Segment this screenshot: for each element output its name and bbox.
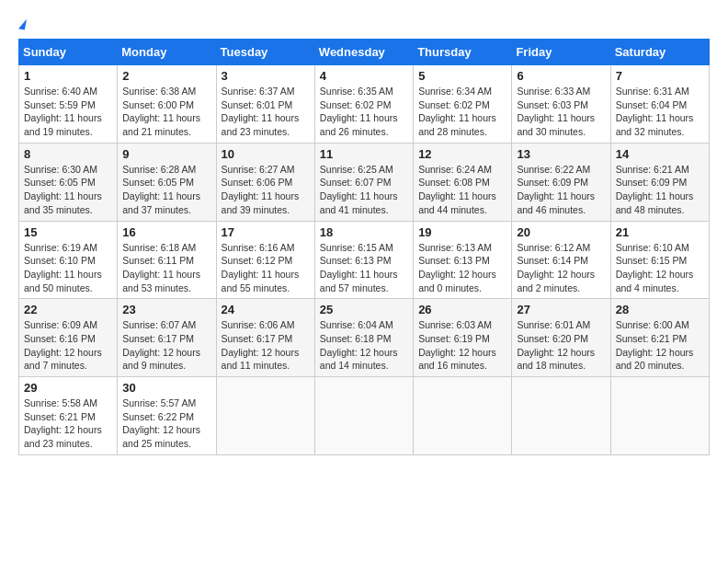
calendar-header-sunday: Sunday xyxy=(19,40,118,65)
calendar-cell: 19Sunrise: 6:13 AM Sunset: 6:13 PM Dayli… xyxy=(414,221,512,299)
calendar-cell: 3Sunrise: 6:37 AM Sunset: 6:01 PM Daylig… xyxy=(216,65,314,144)
day-number: 28 xyxy=(616,303,704,316)
day-number: 29 xyxy=(24,381,112,395)
day-number: 11 xyxy=(320,147,408,161)
calendar-cell: 14Sunrise: 6:21 AM Sunset: 6:09 PM Dayli… xyxy=(610,143,709,221)
calendar-cell: 28Sunrise: 6:00 AM Sunset: 6:21 PM Dayli… xyxy=(610,299,709,377)
calendar-cell: 15Sunrise: 6:19 AM Sunset: 6:10 PM Dayli… xyxy=(19,221,118,299)
calendar-cell: 13Sunrise: 6:22 AM Sunset: 6:09 PM Dayli… xyxy=(512,143,610,221)
day-info: Sunrise: 6:38 AM Sunset: 6:00 PM Dayligh… xyxy=(122,85,210,139)
day-number: 20 xyxy=(517,225,605,239)
day-info: Sunrise: 6:40 AM Sunset: 5:59 PM Dayligh… xyxy=(24,85,112,139)
calendar-cell xyxy=(216,377,314,455)
day-info: Sunrise: 6:16 AM Sunset: 6:12 PM Dayligh… xyxy=(222,241,310,295)
calendar-table: SundayMondayTuesdayWednesdayThursdayFrid… xyxy=(18,39,710,455)
day-info: Sunrise: 6:18 AM Sunset: 6:11 PM Dayligh… xyxy=(122,241,210,295)
calendar-cell: 4Sunrise: 6:35 AM Sunset: 6:02 PM Daylig… xyxy=(314,65,413,144)
day-number: 24 xyxy=(222,303,310,316)
calendar-week-row: 1Sunrise: 6:40 AM Sunset: 5:59 PM Daylig… xyxy=(19,65,710,144)
calendar-cell: 21Sunrise: 6:10 AM Sunset: 6:15 PM Dayli… xyxy=(610,221,709,299)
day-number: 10 xyxy=(222,147,310,161)
calendar-cell xyxy=(610,377,709,455)
day-info: Sunrise: 6:19 AM Sunset: 6:10 PM Dayligh… xyxy=(24,241,112,295)
day-info: Sunrise: 6:00 AM Sunset: 6:21 PM Dayligh… xyxy=(616,318,704,373)
day-number: 4 xyxy=(320,69,408,83)
calendar-week-row: 15Sunrise: 6:19 AM Sunset: 6:10 PM Dayli… xyxy=(19,221,710,299)
calendar-cell xyxy=(512,377,610,455)
calendar-header-monday: Monday xyxy=(118,40,216,65)
calendar-cell: 20Sunrise: 6:12 AM Sunset: 6:14 PM Dayli… xyxy=(512,221,610,299)
calendar-cell: 1Sunrise: 6:40 AM Sunset: 5:59 PM Daylig… xyxy=(19,65,118,144)
calendar-cell: 6Sunrise: 6:33 AM Sunset: 6:03 PM Daylig… xyxy=(512,65,610,144)
day-info: Sunrise: 6:27 AM Sunset: 6:06 PM Dayligh… xyxy=(222,163,310,217)
calendar-cell: 22Sunrise: 6:09 AM Sunset: 6:16 PM Dayli… xyxy=(19,299,118,377)
day-info: Sunrise: 6:10 AM Sunset: 6:15 PM Dayligh… xyxy=(616,241,704,295)
day-info: Sunrise: 6:07 AM Sunset: 6:17 PM Dayligh… xyxy=(122,318,210,373)
calendar-cell: 27Sunrise: 6:01 AM Sunset: 6:20 PM Dayli… xyxy=(512,299,610,377)
calendar-cell: 5Sunrise: 6:34 AM Sunset: 6:02 PM Daylig… xyxy=(414,65,512,144)
calendar-header-row: SundayMondayTuesdayWednesdayThursdayFrid… xyxy=(19,40,710,65)
day-number: 15 xyxy=(24,225,112,239)
day-number: 3 xyxy=(222,69,310,83)
day-info: Sunrise: 6:01 AM Sunset: 6:20 PM Dayligh… xyxy=(517,318,605,373)
calendar-week-row: 22Sunrise: 6:09 AM Sunset: 6:16 PM Dayli… xyxy=(19,299,710,377)
day-number: 5 xyxy=(418,69,506,83)
calendar-cell: 10Sunrise: 6:27 AM Sunset: 6:06 PM Dayli… xyxy=(216,143,314,221)
day-number: 9 xyxy=(122,147,210,161)
day-number: 13 xyxy=(517,147,605,161)
calendar-header-friday: Friday xyxy=(512,40,610,65)
calendar-header-tuesday: Tuesday xyxy=(216,40,314,65)
calendar-cell: 7Sunrise: 6:31 AM Sunset: 6:04 PM Daylig… xyxy=(610,65,709,144)
calendar-cell: 25Sunrise: 6:04 AM Sunset: 6:18 PM Dayli… xyxy=(314,299,413,377)
day-info: Sunrise: 6:28 AM Sunset: 6:05 PM Dayligh… xyxy=(122,163,210,217)
calendar-cell xyxy=(414,377,512,455)
calendar-cell: 16Sunrise: 6:18 AM Sunset: 6:11 PM Dayli… xyxy=(118,221,216,299)
calendar-cell: 11Sunrise: 6:25 AM Sunset: 6:07 PM Dayli… xyxy=(314,143,413,221)
calendar-cell: 26Sunrise: 6:03 AM Sunset: 6:19 PM Dayli… xyxy=(414,299,512,377)
calendar-cell: 29Sunrise: 5:58 AM Sunset: 6:21 PM Dayli… xyxy=(19,377,118,455)
calendar-cell: 17Sunrise: 6:16 AM Sunset: 6:12 PM Dayli… xyxy=(216,221,314,299)
day-number: 1 xyxy=(24,69,112,83)
day-number: 2 xyxy=(122,69,210,83)
calendar-cell: 8Sunrise: 6:30 AM Sunset: 6:05 PM Daylig… xyxy=(19,143,118,221)
day-info: Sunrise: 6:24 AM Sunset: 6:08 PM Dayligh… xyxy=(418,163,506,217)
day-info: Sunrise: 6:13 AM Sunset: 6:13 PM Dayligh… xyxy=(418,241,506,295)
day-info: Sunrise: 6:15 AM Sunset: 6:13 PM Dayligh… xyxy=(320,241,408,295)
calendar-cell: 18Sunrise: 6:15 AM Sunset: 6:13 PM Dayli… xyxy=(314,221,413,299)
day-info: Sunrise: 6:37 AM Sunset: 6:01 PM Dayligh… xyxy=(222,85,310,139)
day-number: 22 xyxy=(24,303,112,316)
day-number: 18 xyxy=(320,225,408,239)
calendar-cell: 9Sunrise: 6:28 AM Sunset: 6:05 PM Daylig… xyxy=(118,143,216,221)
day-number: 23 xyxy=(122,303,210,316)
day-number: 6 xyxy=(517,69,605,83)
day-info: Sunrise: 6:09 AM Sunset: 6:16 PM Dayligh… xyxy=(24,318,112,373)
day-number: 16 xyxy=(122,225,210,239)
day-info: Sunrise: 6:35 AM Sunset: 6:02 PM Dayligh… xyxy=(320,85,408,139)
day-number: 30 xyxy=(122,381,210,395)
calendar-cell xyxy=(314,377,413,455)
day-number: 7 xyxy=(616,69,704,83)
day-info: Sunrise: 6:04 AM Sunset: 6:18 PM Dayligh… xyxy=(320,318,408,373)
day-info: Sunrise: 6:21 AM Sunset: 6:09 PM Dayligh… xyxy=(616,163,704,217)
day-number: 14 xyxy=(616,147,704,161)
day-number: 12 xyxy=(418,147,506,161)
calendar-header-wednesday: Wednesday xyxy=(314,40,413,65)
logo xyxy=(18,18,27,29)
calendar-cell: 24Sunrise: 6:06 AM Sunset: 6:17 PM Dayli… xyxy=(216,299,314,377)
day-info: Sunrise: 6:31 AM Sunset: 6:04 PM Dayligh… xyxy=(616,85,704,139)
day-info: Sunrise: 5:57 AM Sunset: 6:22 PM Dayligh… xyxy=(122,396,210,451)
day-info: Sunrise: 5:58 AM Sunset: 6:21 PM Dayligh… xyxy=(24,396,112,451)
calendar-cell: 30Sunrise: 5:57 AM Sunset: 6:22 PM Dayli… xyxy=(118,377,216,455)
calendar-cell: 12Sunrise: 6:24 AM Sunset: 6:08 PM Dayli… xyxy=(414,143,512,221)
day-info: Sunrise: 6:34 AM Sunset: 6:02 PM Dayligh… xyxy=(418,85,506,139)
day-number: 8 xyxy=(24,147,112,161)
day-number: 21 xyxy=(616,225,704,239)
calendar-cell: 2Sunrise: 6:38 AM Sunset: 6:00 PM Daylig… xyxy=(118,65,216,144)
day-number: 25 xyxy=(320,303,408,316)
calendar-header-saturday: Saturday xyxy=(610,40,709,65)
day-number: 27 xyxy=(517,303,605,316)
day-number: 17 xyxy=(222,225,310,239)
calendar-cell: 23Sunrise: 6:07 AM Sunset: 6:17 PM Dayli… xyxy=(118,299,216,377)
calendar-week-row: 29Sunrise: 5:58 AM Sunset: 6:21 PM Dayli… xyxy=(19,377,710,455)
day-info: Sunrise: 6:03 AM Sunset: 6:19 PM Dayligh… xyxy=(418,318,506,373)
